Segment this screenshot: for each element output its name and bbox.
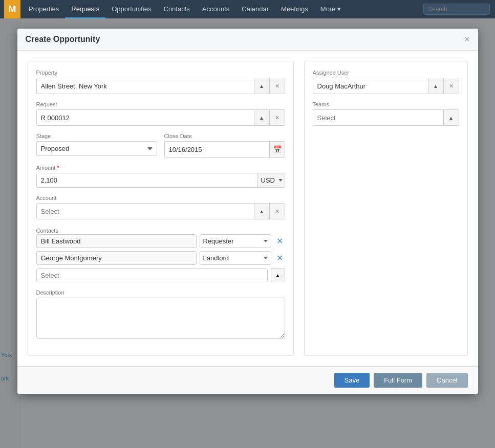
close-date-label: Close Date (164, 133, 285, 139)
contact-select-row (36, 268, 285, 282)
account-input[interactable] (37, 205, 254, 218)
clear-icon (275, 82, 279, 89)
assigned-user-clear-button[interactable] (443, 78, 459, 94)
property-field-group: Property (36, 70, 285, 94)
account-input-wrapper (36, 203, 285, 219)
nav-properties[interactable]: Properties (23, 0, 65, 18)
account-label: Account (36, 195, 285, 201)
up-icon (448, 114, 454, 121)
close-date-field-group: Close Date 📅 (164, 133, 285, 158)
teams-input-wrapper (313, 109, 459, 126)
navbar-logo: M (4, 0, 20, 18)
assigned-user-label: Assigned User (313, 70, 459, 76)
cancel-button[interactable]: Cancel (426, 373, 467, 388)
teams-field-group: Teams (313, 101, 459, 126)
assigned-user-input[interactable] (313, 79, 428, 93)
modal-body: Property Request (17, 51, 478, 366)
account-up-button[interactable] (254, 204, 269, 219)
stage-date-row: Stage Proposed Qualified Needs Analysis … (36, 133, 285, 165)
account-field-group: Account (36, 195, 285, 219)
request-label: Request (36, 101, 285, 107)
contact-2-remove-button[interactable]: ✕ (274, 252, 285, 264)
contact-add-button[interactable] (271, 268, 285, 282)
contact-1-role-select[interactable]: Requester Landlord Agent (200, 234, 271, 248)
close-button[interactable]: × (464, 35, 470, 44)
assigned-user-field-group: Assigned User (313, 70, 459, 94)
up-icon (259, 82, 264, 89)
right-panel: Assigned User Teams (304, 61, 468, 356)
nav-meetings[interactable]: Meetings (275, 0, 314, 18)
up-icon (433, 82, 438, 89)
nav-opportunities[interactable]: Opportunities (105, 0, 157, 18)
left-panel: Property Request (28, 61, 294, 356)
modal-header: Create Opportunity × (17, 29, 478, 51)
clear-icon (275, 114, 279, 121)
stage-field-group: Stage Proposed Qualified Needs Analysis … (36, 133, 157, 158)
modal-footer: Save Full Form Cancel (17, 366, 478, 394)
navbar: M Properties Requests Opportunities Cont… (0, 0, 495, 18)
full-form-button[interactable]: Full Form (374, 373, 422, 388)
required-marker: * (57, 165, 59, 171)
contact-row-2: Requester Landlord Agent ✕ (36, 251, 285, 265)
contact-row-1: Requester Landlord Agent ✕ (36, 234, 285, 248)
account-clear-button[interactable] (269, 204, 285, 219)
close-date-input-wrapper: 📅 (164, 141, 285, 158)
search-input[interactable] (423, 4, 490, 15)
property-input[interactable] (37, 79, 254, 93)
nav-calendar[interactable]: Calendar (235, 0, 275, 18)
nav-requests[interactable]: Requests (65, 0, 105, 18)
request-clear-button[interactable] (269, 110, 285, 125)
property-label: Property (36, 70, 285, 76)
teams-label: Teams (313, 101, 459, 107)
currency-select[interactable]: USD EUR GBP (257, 173, 285, 187)
teams-up-button[interactable] (443, 110, 459, 125)
contact-2-role-select[interactable]: Requester Landlord Agent (200, 251, 271, 265)
up-icon (275, 272, 281, 278)
nav-contacts[interactable]: Contacts (158, 0, 196, 18)
request-field-group: Request (36, 101, 285, 126)
request-input[interactable] (37, 111, 254, 125)
assigned-user-input-wrapper (313, 78, 459, 94)
close-date-input[interactable] (165, 142, 269, 157)
save-button[interactable]: Save (334, 373, 370, 388)
nav-more[interactable]: More ▾ (314, 0, 347, 18)
modal-title: Create Opportunity (26, 35, 100, 44)
contacts-field-group: Contacts Requester Landlord Agent ✕ (36, 227, 285, 282)
description-textarea[interactable] (36, 298, 285, 339)
assigned-user-up-button[interactable] (428, 78, 443, 94)
amount-field-group: Amount * USD EUR GBP (36, 165, 285, 188)
calendar-icon: 📅 (273, 145, 282, 153)
contact-1-remove-button[interactable]: ✕ (274, 235, 285, 247)
contacts-label: Contacts (36, 228, 58, 234)
property-clear-button[interactable] (269, 78, 285, 94)
modal-overlay: Create Opportunity × Property (0, 18, 495, 448)
clear-icon (449, 82, 454, 89)
description-field-group: Description (36, 289, 285, 340)
contact-1-name-input[interactable] (36, 234, 197, 248)
teams-input[interactable] (313, 111, 443, 125)
stage-label: Stage (36, 133, 157, 139)
property-input-wrapper (36, 78, 285, 94)
request-input-wrapper (36, 109, 285, 126)
contact-2-name-input[interactable] (36, 251, 197, 265)
stage-select[interactable]: Proposed Qualified Needs Analysis Closed… (36, 141, 157, 156)
up-icon (259, 114, 264, 121)
amount-input[interactable] (37, 173, 257, 187)
property-up-button[interactable] (254, 78, 269, 94)
clear-icon (275, 208, 279, 215)
description-label: Description (36, 289, 285, 296)
calendar-button[interactable]: 📅 (269, 142, 285, 157)
up-icon (259, 208, 264, 215)
create-opportunity-modal: Create Opportunity × Property (17, 29, 478, 394)
contact-select-input[interactable] (36, 268, 268, 282)
request-up-button[interactable] (254, 110, 269, 125)
amount-label: Amount * (36, 165, 285, 171)
nav-accounts[interactable]: Accounts (196, 0, 235, 18)
amount-input-wrapper: USD EUR GBP (36, 173, 285, 188)
